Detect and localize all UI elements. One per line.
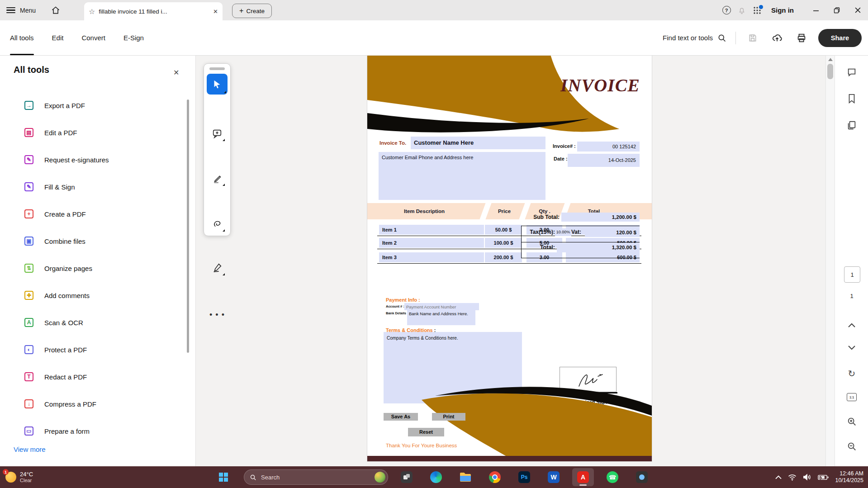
battery-icon[interactable] [818,474,829,480]
taskbar-app-whatsapp[interactable]: ☎ [602,468,623,486]
customer-name-field[interactable]: Customer Name Here [411,137,545,149]
save-icon[interactable] [745,30,760,46]
weather-widget[interactable]: 1 24°C Clear [5,466,33,488]
tool-item-prepare-a-form[interactable]: ▭Prepare a form [0,417,185,445]
tool-item-fill-sign[interactable]: ✎Fill & Sign [0,173,185,200]
create-button[interactable]: + Create [232,4,272,18]
tax-rate-field[interactable]: 10.00% [555,228,571,236]
taskbar-clock[interactable]: 12:46 AM 10/14/2025 [835,470,863,484]
total-field[interactable]: 1,320.00 $ [557,243,640,252]
customer-contact-field[interactable]: Customer Email Phone and Address here [379,152,545,200]
scrollbar-thumb[interactable] [827,64,833,79]
item-row-2-cell-1[interactable]: Item 2 [379,238,484,248]
save-as-button[interactable]: Save As [384,413,418,421]
taskbar-app-camera[interactable] [631,468,653,486]
panel-close-icon[interactable]: ✕ [173,68,179,77]
taskbar-app-task-view[interactable] [396,468,417,486]
zoom-in-icon[interactable] [843,412,861,431]
toolbar-drag-handle[interactable] [209,67,225,70]
menubar-item-convert[interactable]: Convert [81,20,105,55]
document-tab[interactable]: ☆ fillable invoice 11 filled i... ✕ [84,2,223,20]
tool-item-scan-ocr[interactable]: AScan & OCR [0,309,185,336]
help-icon[interactable]: ? [719,3,734,18]
next-page-chevron[interactable] [843,339,861,357]
current-page-box[interactable]: 1 [844,266,860,283]
menubar-item-edit[interactable]: Edit [52,20,64,55]
tray-chevron-up-icon[interactable] [775,475,782,479]
fill-sign-tool[interactable] [208,259,226,277]
lasso-tool[interactable] [208,215,226,233]
print-icon[interactable] [794,30,809,46]
previous-page-chevron[interactable] [843,316,861,334]
view-more-link[interactable]: View more [14,445,46,453]
app-grid-icon[interactable] [749,3,765,18]
taskbar-app-chrome[interactable] [484,468,506,486]
home-icon[interactable] [51,6,60,15]
minimize-button[interactable] [806,0,826,20]
tool-item-export-a-pdf[interactable]: →Export a PDF [0,92,185,119]
taskbar-app-word[interactable]: W [543,468,564,486]
hamburger-menu-icon[interactable] [6,7,15,14]
tool-item-combine-files[interactable]: ▣Combine files [0,227,185,255]
item-row-3-cell-1[interactable]: Item 3 [379,252,484,262]
volume-icon[interactable] [803,474,811,481]
tool-item-organize-pages[interactable]: ⇅Organize pages [0,255,185,282]
upload-cloud-icon[interactable] [769,30,785,46]
taskbar-app-file-explorer[interactable] [455,468,476,486]
tab-close-icon[interactable]: ✕ [213,8,218,15]
print-button[interactable]: Print [432,413,465,421]
pages-panel-icon[interactable] [843,116,861,134]
tool-item-request-e-signatures[interactable]: ✎Request e-signatures [0,146,185,173]
taskbar-app-acrobat[interactable]: A [572,468,594,486]
invoice-number-field[interactable]: 00 125142 [577,142,640,152]
select-tool[interactable] [207,74,228,95]
tool-item-add-comments[interactable]: ✚Add comments [0,282,185,309]
comments-panel-icon[interactable] [843,63,861,81]
menu-button[interactable]: Menu [20,7,36,14]
actual-size-icon[interactable]: 1:1 [843,388,861,406]
taskbar-search-input[interactable] [260,474,371,481]
account-number-input[interactable] [404,303,479,310]
tax-amount-field[interactable]: 120.00 $ [585,228,640,237]
sign-in-button[interactable]: Sign in [771,6,794,14]
scroll-up-arrow[interactable] [828,58,833,61]
tool-item-compress-a-pdf[interactable]: ↓Compress a PDF [0,390,185,417]
bank-details-field[interactable]: Bank Name and Address Here. [407,310,475,325]
search-highlight-image[interactable] [375,472,385,483]
tool-item-edit-a-pdf[interactable]: ▤Edit a PDF [0,119,185,146]
menubar-item-all-tools[interactable]: All tools [10,20,34,55]
restore-button[interactable] [826,0,847,20]
add-comment-tool[interactable] [208,124,226,142]
reset-button[interactable]: Reset [408,428,444,436]
item-row-1-cell-1[interactable]: Item 1 [379,225,484,235]
favorite-star-icon[interactable]: ☆ [89,7,95,16]
tool-item-protect-a-pdf[interactable]: ◐Protect a PDF [0,336,185,363]
chrome-icon [489,471,501,483]
menubar-item-e-sign[interactable]: E-Sign [123,20,144,55]
tool-item-create-a-pdf[interactable]: +Create a PDF [0,200,185,227]
find-text-or-tools[interactable]: Find text or tools [663,33,726,43]
start-button[interactable] [213,468,234,486]
tool-item-redact-a-pdf[interactable]: TRedact a PDF [0,363,185,390]
more-tools-ellipsis[interactable]: • • • [208,306,226,324]
panel-scrollbar[interactable] [187,99,189,353]
share-button[interactable]: Share [818,29,862,47]
zoom-out-icon[interactable] [843,437,861,455]
item-row-2-cell-2[interactable]: 100.00 $ [485,238,522,248]
taskbar-app-edge[interactable] [425,468,447,486]
taskbar-search[interactable] [244,469,388,485]
item-row-3-cell-4[interactable]: 600.00 $ [566,252,640,262]
date-field[interactable]: 14-Oct-2025 [568,154,640,167]
taskbar-app-photoshop[interactable]: Ps [513,468,535,486]
item-row-1-cell-2[interactable]: 50.00 $ [485,225,522,235]
item-row-3-cell-3[interactable]: 3.00 [526,252,562,262]
close-button[interactable] [847,0,868,20]
vertical-scrollbar[interactable] [825,56,835,466]
wifi-icon[interactable] [788,474,797,481]
bookmarks-panel-icon[interactable] [843,90,861,108]
highlight-tool[interactable] [208,169,226,187]
notifications-bell-icon[interactable] [734,3,749,18]
rotate-refresh-icon[interactable]: ↻ [843,365,861,383]
item-row-3-cell-2[interactable]: 200.00 $ [485,252,522,262]
sub-total-field[interactable]: 1,200.00 $ [561,213,640,222]
